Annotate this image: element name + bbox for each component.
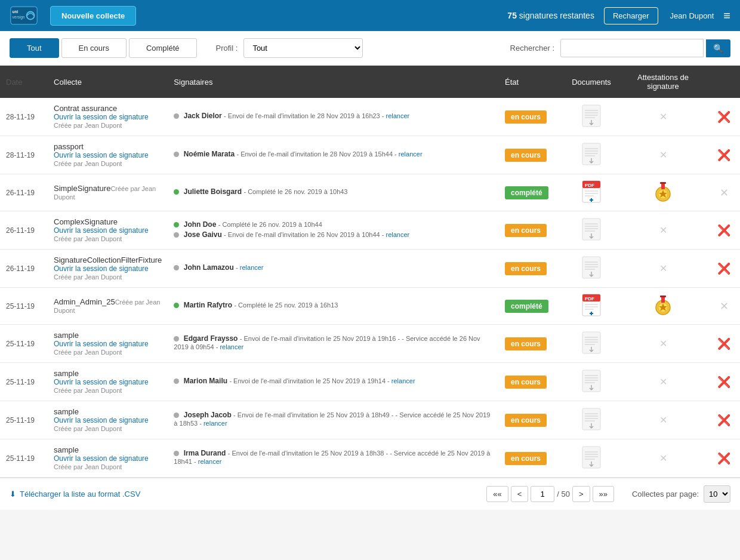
cell-delete[interactable]: ❌ (708, 136, 740, 174)
cell-attestations: ✕ (618, 250, 708, 288)
collecte-session-link[interactable]: Ouvrir la session de signature (54, 226, 162, 235)
collecte-title: sample (54, 445, 79, 454)
per-page-control: Collectes par page: 10 25 50 (632, 485, 730, 503)
delete-button[interactable]: ❌ (714, 413, 734, 428)
collecte-session-link[interactable]: Ouvrir la session de signature (54, 340, 162, 348)
attestation-placeholder: ✕ (659, 112, 667, 122)
status-badge: en cours (505, 224, 547, 237)
search-input[interactable] (560, 39, 704, 57)
svg-rect-45 (660, 296, 666, 297)
collecte-title: sample (54, 369, 79, 378)
status-dot (174, 232, 179, 238)
recharge-button[interactable]: Recharger (604, 7, 658, 24)
page-next-button[interactable]: > (572, 486, 590, 502)
cell-attestations[interactable] (618, 174, 708, 211)
pdf-document-icon[interactable]: PDF (582, 180, 601, 203)
collecte-session-link[interactable]: Ouvrir la session de signature (54, 378, 162, 386)
page-prev-button[interactable]: < (511, 486, 529, 502)
csv-download-link[interactable]: ⬇ Télécharger la liste au format .CSV (10, 490, 140, 499)
status-dot (174, 152, 179, 157)
collecte-creator: Créée par Jean Dupont (54, 463, 122, 470)
cell-attestations[interactable] (618, 288, 708, 325)
tab-tout[interactable]: Tout (10, 38, 59, 58)
collecte-session-link[interactable]: Ouvrir la session de signature (54, 454, 162, 463)
cell-delete[interactable]: ❌ (708, 439, 740, 478)
search-button[interactable]: 🔍 (706, 39, 730, 57)
hamburger-menu-icon[interactable]: ≡ (723, 9, 730, 23)
cell-date: 25-11-19 (0, 288, 48, 325)
signatory-line: John Doe - Complété le 26 nov. 2019 à 10… (174, 220, 493, 229)
cell-date: 25-11-19 (0, 401, 48, 439)
delete-button[interactable]: ❌ (714, 147, 734, 163)
cell-documents (565, 363, 618, 401)
delete-button-disabled: ✕ (716, 185, 732, 201)
cell-attestations: ✕ (618, 439, 708, 478)
cell-attestations: ✕ (618, 211, 708, 250)
cell-attestations: ✕ (618, 98, 708, 136)
delete-button[interactable]: ❌ (714, 261, 734, 276)
relancer-link[interactable]: relancer (391, 377, 415, 384)
cell-date: 28-11-19 (0, 98, 48, 136)
signatory-line: Jack Dielor - Envoi de l'e-mail d'invita… (174, 112, 493, 120)
per-page-label: Collectes par page: (632, 490, 699, 499)
relancer-link[interactable]: relancer (220, 343, 243, 350)
cell-documents[interactable]: PDF (565, 288, 618, 325)
table-row: 25-11-19sampleOuvrir la session de signa… (0, 363, 740, 401)
cell-delete[interactable]: ❌ (708, 401, 740, 439)
cell-attestations: ✕ (618, 136, 708, 174)
relancer-link[interactable]: relancer (386, 112, 410, 119)
attestation-medal-icon[interactable] (652, 294, 674, 316)
attestation-medal-icon[interactable] (652, 181, 674, 202)
collecte-creator: Créée par Jean Dupont (54, 160, 122, 167)
cell-documents (565, 325, 618, 363)
collecte-session-link[interactable]: Ouvrir la session de signature (54, 264, 162, 273)
cell-signataires: Marion Mailu - Envoi de l'e-mail d'invit… (168, 363, 499, 401)
tab-en-cours[interactable]: En cours (61, 38, 127, 58)
collecte-creator: Créée par Jean Dupont (54, 387, 122, 394)
signatory-name: John Lamazou (184, 263, 234, 272)
cell-signataires: Joseph Jacob - Envoi de l'e-mail d'invit… (168, 401, 499, 439)
cell-delete[interactable]: ❌ (708, 325, 740, 363)
signatory-name: Edgard Fraysso (184, 334, 238, 343)
new-collecte-button[interactable]: Nouvelle collecte (50, 6, 136, 26)
cell-delete[interactable]: ❌ (708, 250, 740, 288)
cell-date: 28-11-19 (0, 136, 48, 174)
status-dot (174, 451, 179, 456)
page-number-input[interactable] (531, 486, 554, 502)
relancer-link[interactable]: relancer (240, 264, 264, 271)
relancer-link[interactable]: relancer (204, 420, 227, 427)
delete-button[interactable]: ❌ (714, 374, 734, 390)
per-page-select[interactable]: 10 25 50 (704, 485, 730, 503)
collecte-session-link[interactable]: Ouvrir la session de signature (54, 151, 162, 159)
cell-delete[interactable]: ❌ (708, 98, 740, 136)
tab-complete[interactable]: Complété (129, 38, 197, 58)
delete-button[interactable]: ❌ (714, 451, 734, 466)
cell-etat: en cours (499, 325, 565, 363)
collecte-session-link[interactable]: Ouvrir la session de signature (54, 113, 162, 121)
user-menu[interactable]: Jean Dupont (670, 11, 714, 20)
status-badge: en cours (505, 414, 547, 427)
profile-select[interactable]: Tout Admin Manager (243, 38, 363, 58)
relancer-link[interactable]: relancer (399, 150, 423, 158)
cell-delete[interactable]: ❌ (708, 363, 740, 401)
signatory-line: Marion Mailu - Envoi de l'e-mail d'invit… (174, 377, 493, 385)
cell-date: 26-11-19 (0, 211, 48, 250)
collecte-session-link[interactable]: Ouvrir la session de signature (54, 416, 162, 424)
delete-button[interactable]: ❌ (714, 336, 734, 352)
svg-text:PDF: PDF (585, 183, 594, 188)
delete-button[interactable]: ❌ (714, 223, 734, 238)
signatory-name: Irma Durand (184, 449, 226, 457)
delete-button[interactable]: ❌ (714, 109, 734, 125)
cell-documents[interactable]: PDF (565, 174, 618, 211)
page-last-button[interactable]: »» (593, 486, 614, 502)
signatory-info: - Envoi de l'e-mail d'invitation le 28 N… (224, 112, 409, 119)
cell-delete[interactable]: ❌ (708, 211, 740, 250)
relancer-link[interactable]: relancer (198, 458, 222, 465)
cell-collecte: sampleOuvrir la session de signatureCréé… (48, 439, 168, 478)
signatory-info: - Complété le 25 nov. 2019 à 16h13 (234, 301, 338, 309)
cell-attestations: ✕ (618, 325, 708, 363)
relancer-link[interactable]: relancer (386, 231, 410, 238)
pdf-document-icon[interactable]: PDF (582, 294, 601, 316)
profile-label: Profil : (216, 44, 238, 53)
page-first-button[interactable]: «« (486, 486, 508, 502)
